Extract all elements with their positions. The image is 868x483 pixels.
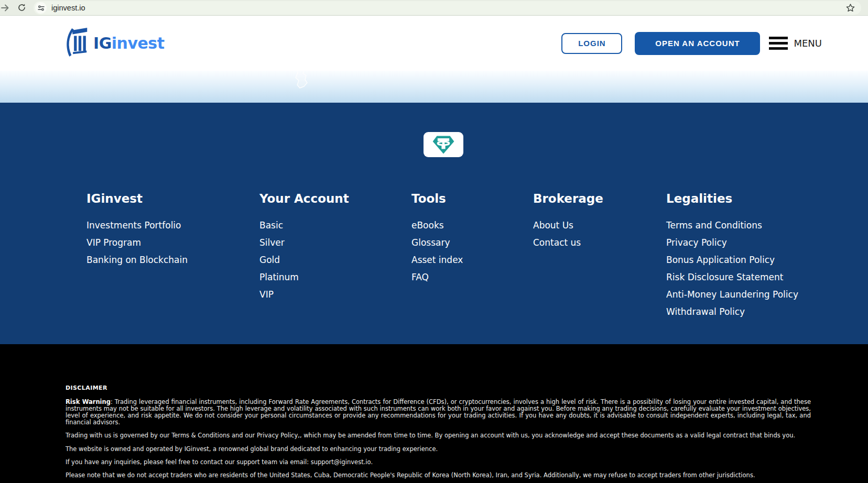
bookmark-star-icon[interactable] — [845, 3, 855, 13]
tether-icon — [432, 135, 454, 155]
hero-map-section — [0, 71, 868, 103]
footer-column-title: Brokerage — [533, 191, 666, 206]
footer-link[interactable]: Basic — [259, 221, 411, 230]
forward-arrow-icon[interactable] — [1, 3, 10, 13]
disclaimer-section: DISCLAIMER Risk Warning: Trading leverag… — [0, 344, 868, 483]
footer-link[interactable]: VIP — [259, 290, 411, 299]
disclaimer-title: DISCLAIMER — [66, 385, 811, 391]
reload-icon[interactable] — [17, 3, 26, 13]
footer-link[interactable]: Privacy Policy — [666, 238, 868, 247]
url-text: iginvest.io — [51, 4, 85, 12]
footer-column-iginvest: IGinvest Investments Portfolio VIP Progr… — [86, 191, 259, 325]
footer-link[interactable]: Platinum — [259, 273, 411, 282]
footer-column-title: IGinvest — [86, 191, 259, 206]
footer-link[interactable]: Silver — [259, 238, 411, 247]
url-bar[interactable]: iginvest.io — [34, 1, 861, 15]
menu-toggle[interactable]: MENU — [769, 37, 822, 50]
brand-name-prefix: IG — [93, 34, 112, 52]
footer-columns: IGinvest Investments Portfolio VIP Progr… — [0, 191, 868, 325]
footer-link[interactable]: Gold — [259, 256, 411, 265]
menu-label: MENU — [794, 38, 822, 49]
footer-link[interactable]: Risk Disclosure Statement — [666, 273, 868, 282]
footer-column-title: Your Account — [259, 191, 411, 206]
risk-warning-paragraph: Risk Warning: Trading leveraged financia… — [66, 399, 811, 426]
disclaimer-paragraph: If you have any inquiries, please feel f… — [66, 459, 811, 466]
open-account-button[interactable]: OPEN AN ACCOUNT — [635, 32, 760, 55]
brand-name-suffix: invest — [112, 34, 165, 52]
footer: IGinvest Investments Portfolio VIP Progr… — [0, 103, 868, 344]
risk-warning-label: Risk Warning — [66, 398, 111, 405]
footer-column-brokerage: Brokerage About Us Contact us — [533, 191, 666, 325]
site-header: IGinvest LOGIN OPEN AN ACCOUNT MENU — [0, 16, 868, 71]
login-button[interactable]: LOGIN — [561, 33, 622, 54]
map-outline-icon — [286, 71, 318, 102]
footer-column-title: Tools — [411, 191, 533, 206]
footer-link[interactable]: Bonus Application Policy — [666, 256, 868, 265]
column-pillar-icon — [64, 28, 88, 59]
brand-name: IGinvest — [93, 34, 165, 52]
tether-badge — [424, 132, 463, 157]
footer-link[interactable]: About Us — [533, 221, 666, 230]
hamburger-icon — [769, 37, 788, 50]
footer-link[interactable]: Anti-Money Laundering Policy — [666, 290, 868, 299]
footer-column-your-account: Your Account Basic Silver Gold Platinum … — [259, 191, 411, 325]
footer-column-legalities: Legalities Terms and Conditions Privacy … — [666, 191, 868, 325]
footer-link[interactable]: Banking on Blockchain — [86, 256, 259, 265]
site-settings-icon[interactable] — [35, 2, 47, 14]
footer-column-title: Legalities — [666, 191, 868, 206]
footer-column-tools: Tools eBooks Glossary Asset index FAQ — [411, 191, 533, 325]
footer-link[interactable]: eBooks — [411, 221, 533, 230]
footer-link[interactable]: Investments Portfolio — [86, 221, 259, 230]
disclaimer-paragraph: Please note that we do not accept trader… — [66, 472, 811, 479]
brand-logo[interactable]: IGinvest — [64, 28, 165, 59]
footer-link[interactable]: VIP Program — [86, 238, 259, 247]
footer-link[interactable]: Asset index — [411, 256, 533, 265]
footer-link[interactable]: Contact us — [533, 238, 666, 247]
footer-link[interactable]: Withdrawal Policy — [666, 308, 868, 316]
disclaimer-paragraph: The website is owned and operated by IGi… — [66, 446, 811, 453]
footer-link[interactable]: Terms and Conditions — [666, 221, 868, 230]
browser-chrome: iginvest.io — [0, 0, 868, 16]
footer-link[interactable]: FAQ — [411, 273, 533, 282]
disclaimer-paragraph: Trading with us is governed by our Terms… — [66, 432, 811, 439]
footer-link[interactable]: Glossary — [411, 238, 533, 247]
risk-warning-text: : Trading leveraged financial instrument… — [66, 398, 811, 426]
